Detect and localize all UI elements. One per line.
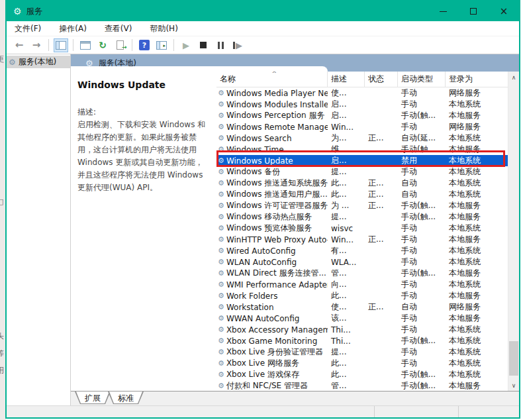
service-startup-type: 自动(延... — [398, 132, 446, 144]
service-logon-as: 本地系统 — [446, 335, 508, 346]
maximize-button[interactable] — [458, 1, 489, 21]
show-in-new-window-button[interactable]: ▸ — [154, 38, 169, 52]
status-bar — [7, 405, 519, 417]
export-list-button[interactable]: → — [113, 38, 127, 52]
service-row[interactable]: ⚙ Windows Time 维... 手动(触... 本地服务 — [216, 144, 508, 155]
service-description: 提... — [328, 346, 365, 358]
menu-view[interactable]: 查看(V) — [105, 23, 132, 34]
service-row[interactable]: ⚙ Windows Remote Manageme... Win... 手动 网… — [216, 121, 508, 132]
service-row[interactable]: ⚙ Windows Perception 服务 启... 手动(触... 本地服… — [216, 110, 508, 121]
service-status: 正... — [365, 189, 398, 200]
service-row[interactable]: ⚙ Windows 移动热点服务 提... 手动(触... 本地服务 — [216, 211, 508, 223]
service-startup-type: 手动 — [398, 87, 446, 99]
service-description: 启... — [328, 99, 365, 110]
service-row[interactable]: ⚙ WWAN AutoConfig 该... 手动 本地服务 — [216, 313, 508, 324]
service-logon-as: 本地服务 — [446, 268, 508, 279]
service-name: Windows Time — [226, 145, 284, 154]
show-console-tree-button[interactable] — [54, 38, 68, 52]
titlebar[interactable]: ⚙ 服务 × — [7, 1, 519, 21]
service-row[interactable]: ⚙ Windows Media Player Ne... 使... 手动 网络服… — [216, 87, 508, 99]
menu-action[interactable]: 操作(A) — [59, 23, 87, 34]
service-row[interactable]: ⚙ Windows Search 为... 正... 自动(延... 本地系统 — [216, 132, 508, 144]
status-section — [374, 406, 458, 417]
forward-button[interactable]: → — [29, 38, 44, 52]
service-row[interactable]: ⚙ Windows 许可证管理器服务 为 ... 正... 手动(触... 本地… — [216, 200, 508, 211]
stop-service-button[interactable] — [196, 38, 211, 52]
service-logon-as: 本地服务 — [446, 110, 508, 121]
service-description: 管... — [328, 268, 365, 279]
service-row[interactable]: ⚙ Xbox Accessory Manageme... Thi... 手动 本… — [216, 324, 508, 335]
service-row[interactable]: ⚙ Windows 备份 提... 手动 本地系统 — [216, 166, 508, 178]
back-button[interactable]: ← — [12, 38, 26, 52]
service-row[interactable]: ⚙ Windows 推送通知用户服... 此... 正... 自动 本地系统 — [216, 189, 508, 200]
column-header-description[interactable]: 描述 — [328, 72, 365, 87]
service-startup-type: 手动 — [398, 256, 446, 268]
service-row[interactable]: ⚙ WinHTTP Web Proxy Auto-... Win... 正...… — [216, 234, 508, 245]
menu-file[interactable]: 文件(F) — [15, 23, 41, 34]
column-header-name[interactable]: 名称 ^ — [216, 72, 328, 87]
service-gear-icon: ⚙ — [218, 270, 224, 277]
service-startup-type: 手动(触... — [398, 369, 446, 380]
tab-standard[interactable]: 标准 — [108, 392, 144, 404]
service-row[interactable]: ⚙ Xbox Live 网络服务 此... 手动 本地系统 — [216, 358, 508, 369]
vertical-scrollbar[interactable]: ∧ ∨ — [508, 72, 519, 391]
service-name: Windows 推送通知用户服... — [226, 189, 328, 200]
service-name-cell: ⚙ WWAN AutoConfig — [216, 314, 328, 323]
service-row[interactable]: ⚙ Xbox Live 身份验证管理器 提... 手动 本地系统 — [216, 346, 508, 358]
column-header-logon-as[interactable]: 登录为 — [446, 72, 508, 87]
service-row[interactable]: ⚙ WLAN AutoConfig WLA... 手动 本地系统 — [216, 256, 508, 268]
service-gear-icon: ⚙ — [218, 258, 224, 266]
service-name: Windows 备份 — [226, 166, 280, 178]
refresh-button[interactable]: ↻ — [95, 38, 110, 52]
service-name-cell: ⚙ Xbox Live 网络服务 — [216, 358, 328, 369]
column-header-status[interactable]: 状态 — [365, 72, 398, 87]
scroll-down-button[interactable]: ∨ — [508, 380, 519, 391]
service-row[interactable]: ⚙ 付款和 NFC/SE 管理器 管... 手动(触... 本地服务 — [216, 380, 508, 391]
scrollbar-thumb[interactable] — [509, 341, 518, 376]
tree-item-services-local[interactable]: ⚙ 服务(本地) — [7, 56, 70, 68]
restart-service-button[interactable]: ▶ — [230, 38, 245, 52]
service-description: 为 ... — [328, 200, 365, 211]
service-row[interactable]: ⚙ Xbox Live 游戏保存 此... 手动(触... 本地系统 — [216, 369, 508, 380]
column-header-startup-type[interactable]: 启动类型 — [398, 72, 446, 87]
service-name-cell: ⚙ Windows 移动热点服务 — [216, 211, 328, 223]
service-row[interactable]: ⚙ Workstation 使... 正... 自动 网络服务 — [216, 301, 508, 313]
pause-icon — [218, 42, 224, 49]
properties-button[interactable] — [78, 38, 93, 52]
service-description: 维... — [328, 144, 365, 155]
scroll-up-button[interactable]: ∧ — [508, 72, 519, 83]
service-description: 该... — [328, 313, 365, 324]
service-startup-type: 手动 — [398, 223, 446, 234]
help-button[interactable]: ? — [137, 38, 152, 52]
service-row[interactable]: ⚙ Work Folders 此... 手动 本地服务 — [216, 290, 508, 301]
service-row[interactable]: ⚙ WMI Performance Adapter 向... 手动 本地系统 — [216, 279, 508, 290]
service-name-cell: ⚙ WLAN Direct 服务连接管... — [216, 268, 328, 279]
service-row[interactable]: ⚙ WLAN Direct 服务连接管... 管... 手动(触... 本地服务 — [216, 268, 508, 279]
service-logon-as: 本地系统 — [446, 256, 508, 268]
tab-extended[interactable]: 扩展 — [75, 392, 111, 404]
list-header: 名称 ^ 描述 状态 启动类型 登录为 — [216, 72, 508, 87]
service-name-cell: ⚙ WLAN AutoConfig — [216, 258, 328, 267]
close-button[interactable]: × — [489, 1, 519, 21]
status-section — [7, 406, 374, 417]
service-row[interactable]: ⚙ Windows Modules Installer 启... 手动 本地系统 — [216, 99, 508, 110]
service-name: Windows Search — [226, 134, 292, 143]
service-row[interactable]: ⚙ Xbox Game Monitoring Thi... 手动(触... 本地… — [216, 335, 508, 346]
service-description: 为... — [328, 132, 365, 144]
scrollbar-track[interactable] — [508, 83, 519, 380]
service-row[interactable]: ⚙ Windows 预览体验服务 wisvc 手动 本地系统 — [216, 223, 508, 234]
service-logon-as: 本地系统 — [446, 223, 508, 234]
service-name: WWAN AutoConfig — [226, 314, 299, 323]
pause-service-button[interactable] — [213, 38, 228, 52]
service-name: Windows 推送通知系统服务 — [226, 178, 328, 189]
minimize-button[interactable] — [428, 1, 458, 21]
menu-help[interactable]: 帮助(H) — [150, 23, 177, 34]
service-startup-type: 手动(触... — [398, 110, 446, 121]
description-label: 描述: — [77, 106, 209, 119]
service-row[interactable]: ⚙ Wired AutoConfig 有... 手动 本地系统 — [216, 245, 508, 256]
service-name: Windows Update — [226, 156, 293, 166]
service-row[interactable]: ⚙ Windows Update 启... 禁用 本地系统 — [216, 155, 508, 166]
service-row[interactable]: ⚙ Windows 推送通知系统服务 此... 正... 自动 本地系统 — [216, 178, 508, 189]
start-service-button[interactable]: ▶ — [179, 38, 193, 52]
service-name-cell: ⚙ Xbox Live 游戏保存 — [216, 369, 328, 380]
